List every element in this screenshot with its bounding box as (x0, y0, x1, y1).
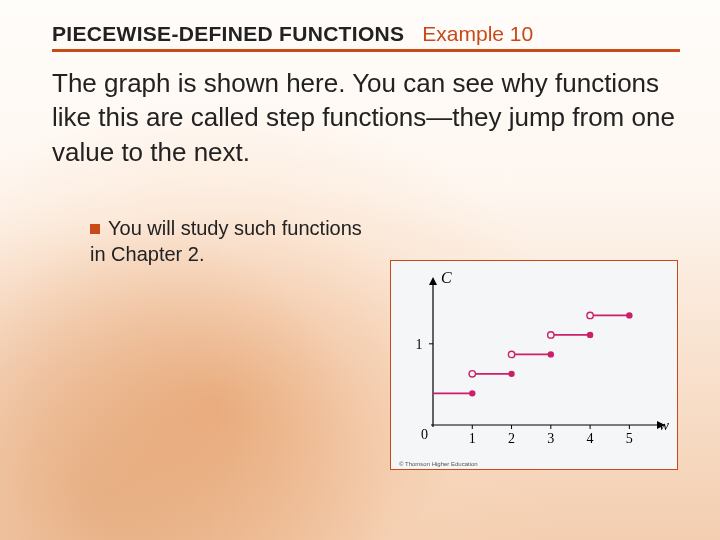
square-bullet-icon (90, 224, 100, 234)
svg-text:0: 0 (421, 427, 428, 442)
svg-point-32 (626, 312, 632, 318)
svg-text:4: 4 (587, 431, 594, 446)
figure-copyright: © Thomson Higher Education (399, 461, 478, 467)
svg-point-31 (587, 312, 593, 318)
svg-point-25 (508, 351, 514, 357)
svg-point-20 (469, 390, 475, 396)
svg-text:5: 5 (626, 431, 633, 446)
svg-text:1: 1 (416, 337, 423, 352)
body-paragraph: The graph is shown here. You can see why… (52, 66, 680, 169)
svg-text:C: C (441, 269, 452, 286)
svg-text:2: 2 (508, 431, 515, 446)
slide-header: PIECEWISE-DEFINED FUNCTIONS Example 10 (52, 22, 680, 52)
svg-text:w: w (659, 417, 669, 433)
svg-point-23 (508, 371, 514, 377)
sub-bullet-row: You will study such functions in Chapter… (90, 215, 370, 267)
chart-svg: Cw0112345 (395, 269, 673, 459)
step-function-figure: Cw0112345 © Thomson Higher Education (390, 260, 678, 470)
svg-text:1: 1 (469, 431, 476, 446)
header-example: Example 10 (422, 22, 533, 46)
svg-point-22 (469, 371, 475, 377)
svg-point-26 (548, 351, 554, 357)
svg-point-28 (548, 332, 554, 338)
svg-marker-3 (429, 277, 437, 285)
svg-text:3: 3 (547, 431, 554, 446)
svg-point-29 (587, 332, 593, 338)
sub-bullet-text: You will study such functions in Chapter… (90, 217, 362, 265)
header-title: PIECEWISE-DEFINED FUNCTIONS (52, 22, 404, 46)
